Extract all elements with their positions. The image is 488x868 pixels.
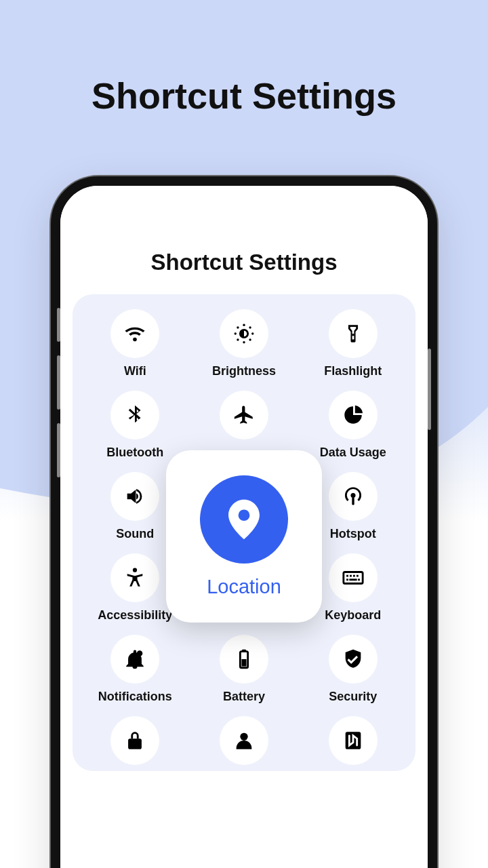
pie-chart-icon — [329, 391, 378, 439]
tile-label: Wifi — [124, 364, 146, 378]
svg-point-2 — [243, 341, 245, 343]
svg-rect-14 — [350, 575, 352, 577]
tile-brightness[interactable]: Brightness — [192, 309, 296, 378]
phone-frame: Shortcut Settings Wifi Brightness — [51, 176, 437, 868]
tile-bluetooth[interactable]: Bluetooth — [83, 391, 187, 460]
nfc-icon — [329, 716, 378, 765]
svg-rect-23 — [241, 659, 246, 667]
tile-airplane[interactable] — [192, 391, 296, 460]
svg-rect-24 — [128, 738, 142, 749]
tile-label: Hotspot — [330, 527, 376, 541]
accessibility-icon — [110, 553, 159, 602]
tile-wifi[interactable]: Wifi — [83, 309, 187, 378]
tile-person[interactable] — [192, 716, 296, 771]
tile-label: Sound — [116, 527, 154, 541]
svg-point-7 — [237, 338, 239, 340]
tile-datausage[interactable]: Data Usage — [301, 391, 405, 460]
svg-point-3 — [235, 332, 237, 334]
svg-point-20 — [137, 650, 143, 656]
svg-rect-12 — [343, 572, 362, 584]
svg-point-6 — [249, 338, 251, 340]
svg-point-1 — [243, 324, 245, 326]
location-icon — [200, 475, 288, 564]
keyboard-icon — [329, 553, 378, 602]
svg-point-5 — [237, 326, 239, 328]
svg-rect-17 — [346, 578, 348, 580]
airplane-icon — [220, 391, 268, 439]
tile-label: Keyboard — [325, 608, 381, 623]
battery-icon — [220, 635, 268, 684]
svg-rect-10 — [352, 497, 354, 505]
location-popup[interactable]: Location — [166, 450, 322, 623]
svg-point-25 — [240, 733, 247, 741]
phone-side-button — [428, 349, 431, 430]
screen-title: Shortcut Settings — [60, 250, 428, 275]
tile-label: Battery — [223, 690, 265, 704]
tile-label: Brightness — [212, 364, 276, 378]
tile-security[interactable]: Security — [301, 635, 405, 704]
svg-rect-16 — [357, 575, 359, 577]
popup-label: Location — [207, 576, 281, 598]
tile-lock[interactable] — [83, 716, 187, 771]
person-icon — [220, 716, 268, 765]
tile-notifications[interactable]: Notifications — [83, 635, 187, 704]
tile-label: Data Usage — [320, 446, 386, 460]
brightness-icon — [220, 309, 268, 358]
tile-label: Bluetooth — [106, 446, 163, 460]
bluetooth-icon — [110, 391, 159, 439]
svg-point-9 — [350, 493, 355, 498]
tile-label: Security — [329, 690, 377, 704]
svg-point-8 — [249, 326, 251, 328]
hotspot-icon — [329, 472, 378, 521]
shield-icon — [329, 635, 378, 684]
svg-rect-18 — [349, 578, 357, 580]
bell-icon — [110, 635, 159, 684]
tile-battery[interactable]: Battery — [192, 635, 296, 704]
svg-rect-13 — [346, 575, 348, 577]
tile-flashlight[interactable]: Flashlight — [301, 309, 405, 378]
phone-screen: Shortcut Settings Wifi Brightness — [60, 186, 428, 868]
tile-label: Accessibility — [98, 608, 172, 623]
page-title: Shortcut Settings — [0, 0, 488, 117]
flashlight-icon — [329, 309, 378, 358]
svg-point-11 — [133, 568, 137, 572]
svg-rect-22 — [242, 650, 246, 652]
lock-icon — [110, 716, 159, 765]
svg-rect-15 — [353, 575, 355, 577]
sound-icon — [110, 472, 159, 521]
tile-label: Notifications — [98, 690, 172, 704]
tile-label: Flashlight — [324, 364, 382, 378]
wifi-icon — [110, 309, 159, 358]
svg-point-4 — [251, 332, 253, 334]
svg-rect-19 — [358, 578, 360, 580]
tile-nfc[interactable] — [301, 716, 405, 771]
